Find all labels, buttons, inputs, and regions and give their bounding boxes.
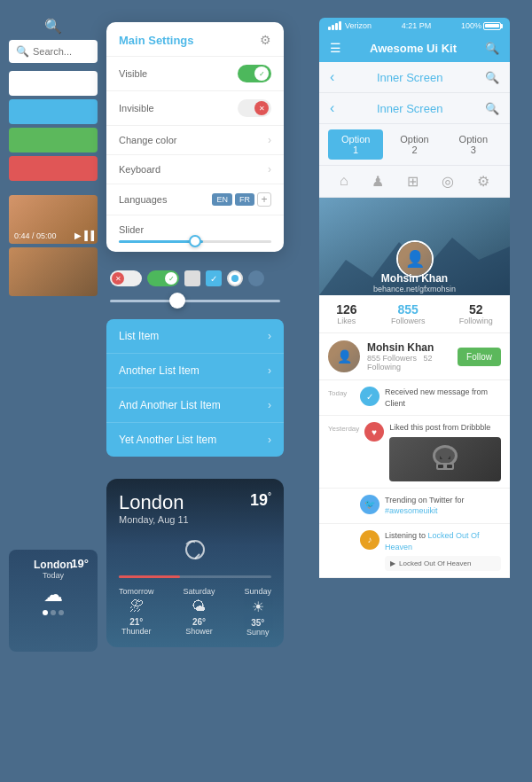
dot-3 [59,610,64,615]
tab-option3[interactable]: Option 3 [446,129,501,160]
stat-followers: 855 Followers [391,302,426,325]
ctrl-toggle-off-knob: ✕ [112,272,124,285]
ctrl-radio-filled[interactable] [248,270,264,286]
follow-button[interactable]: Follow [458,348,501,366]
svg-point-0 [186,541,204,559]
weather-icon-main [119,530,271,568]
settings-panel: Main Settings ⚙ Visible Invisible Change… [106,22,284,252]
settings-row-visible[interactable]: Visible [106,56,284,90]
toggle-invisible[interactable] [238,99,271,117]
profile-name: Mohsin Khan [373,272,456,285]
controls-row: ✕ ✓ ✓ [106,270,284,286]
feed-content-2: Liked this post from Dribbble [389,422,501,481]
weather-temp-main: 19° [250,491,271,510]
settings-row-languages[interactable]: Languages EN FR + [106,184,284,215]
ctrl-checkbox-checked[interactable]: ✓ [206,270,222,286]
weather-small-day: Today [43,571,64,580]
forecast-1: Tomorrow ⛈ 21° Thunder [119,587,154,637]
chevron-color: › [268,134,271,146]
home-icon[interactable]: ⌂ [340,173,348,190]
user-icon[interactable]: ♟ [372,173,384,190]
feed-item-4: ♪ Listening to Locked Out Of Heaven ▶ Lo… [319,524,510,578]
feed-icon-4: ♪ [360,530,379,550]
inner-search-2[interactable]: 🔍 [485,102,499,115]
list-item-1[interactable]: List Item › [106,319,284,354]
search-box[interactable]: 🔍 [9,40,98,63]
search-icon-inline: 🔍 [16,45,29,58]
feed-link-4[interactable]: Locked Out Of Heaven [385,531,480,551]
status-time: 4:21 PM [402,21,432,30]
lang-en[interactable]: EN [212,193,232,206]
tab-option1[interactable]: Option 1 [328,129,383,160]
settings-row-slider[interactable]: Slider [106,215,284,252]
media-item-1[interactable]: 0:44 / 05:00 ▶▐▐ [9,195,98,244]
keyboard-label: Keyboard [119,164,160,175]
ctrl-toggle-on-knob: ✓ [165,272,177,285]
settings-row-keyboard[interactable]: Keyboard › [106,154,284,184]
left-item-1[interactable] [9,71,98,96]
feed-text-4: Listening to Locked Out Of Heaven [385,530,501,552]
camera-icon[interactable]: ◎ [442,173,454,190]
media-controls[interactable]: ▶▐▐ [74,231,94,240]
forecast-2-desc: Shower [183,627,215,636]
lang-add-button[interactable]: + [257,192,271,207]
forecast-2-icon: 🌤 [183,598,215,614]
slider-bar-track[interactable] [110,300,280,302]
inner-screen-row-2: ‹ Inner Screen 🔍 [319,93,510,124]
forecast-1-day: Tomorrow [119,587,154,596]
color-label: Change color [119,135,176,145]
search-input[interactable] [33,46,86,57]
back-button-1[interactable]: ‹ [330,69,334,85]
ctrl-radio-selected[interactable] [227,270,243,286]
list-item-2[interactable]: Another List Item › [106,354,284,388]
languages-label: Languages [119,194,167,205]
slider-label: Slider [119,224,271,235]
slider-bar-thumb[interactable] [169,293,185,309]
toggle-visible[interactable] [238,65,271,82]
settings-header: Main Settings ⚙ [106,22,284,56]
profile-handle: behance.net/gfxmohsin [373,285,456,293]
status-bar: Verizon 4:21 PM 100% [319,18,510,34]
inner-screen-title-2: Inner Screen [377,102,442,115]
stat-followers-label: Followers [391,317,426,325]
media-item-2[interactable] [9,247,98,296]
hamburger-icon[interactable]: ☰ [330,41,341,55]
lang-fr[interactable]: FR [235,193,254,206]
back-button-2[interactable]: ‹ [330,100,334,116]
settings-row-invisible[interactable]: Invisible [106,90,284,125]
settings-row-color[interactable]: Change color › [106,125,284,154]
ctrl-toggle-on[interactable]: ✓ [147,270,179,286]
forecast-3-temp: 35° [244,618,271,628]
left-item-red[interactable] [9,156,98,181]
ctrl-checkbox-unchecked[interactable] [184,270,200,286]
inner-search-1[interactable]: 🔍 [485,71,499,84]
feed-time-3 [328,495,355,497]
grid-icon[interactable]: ⊞ [407,173,419,190]
slider-track[interactable] [119,240,271,243]
feed-time-4 [328,530,355,533]
feed-link-3[interactable]: #awesomeuikit [385,506,438,515]
list-item-3[interactable]: And Another List Item › [106,388,284,423]
left-item-blue[interactable] [9,99,98,124]
feed-content-4: Listening to Locked Out Of Heaven ▶ Lock… [385,530,501,571]
app-search-icon[interactable]: 🔍 [485,42,499,55]
search-icon-top[interactable]: 🔍 [9,18,98,35]
ctrl-toggle-off[interactable]: ✕ [110,270,142,286]
feed-text-1: Received new message from Client [385,387,501,409]
tabs-row: Option 1 Option 2 Option 3 [319,124,510,166]
visible-label: Visible [119,68,147,79]
nav-icons-bar: ⌂ ♟ ⊞ ◎ ⚙ [319,166,510,198]
list-item-4[interactable]: Yet Another List Item › [106,423,284,457]
feed-time-2: Yesterday [328,422,359,433]
slider-thumb[interactable] [189,235,201,247]
slider-bar-row[interactable] [106,300,284,302]
tab-option2[interactable]: Option 2 [387,129,442,160]
forecast-row: Tomorrow ⛈ 21° Thunder Saturday 🌤 26° Sh… [119,587,271,637]
settings-nav-icon[interactable]: ⚙ [477,173,489,190]
feed-music-player[interactable]: ▶ Locked Out Of Heaven [385,556,501,571]
forecast-2-day: Saturday [183,587,215,596]
stat-following-num: 52 [459,302,493,317]
left-item-green[interactable] [9,128,98,152]
settings-gear-icon[interactable]: ⚙ [260,33,271,47]
forecast-3: Sunday ☀ 35° Sunny [244,587,271,637]
